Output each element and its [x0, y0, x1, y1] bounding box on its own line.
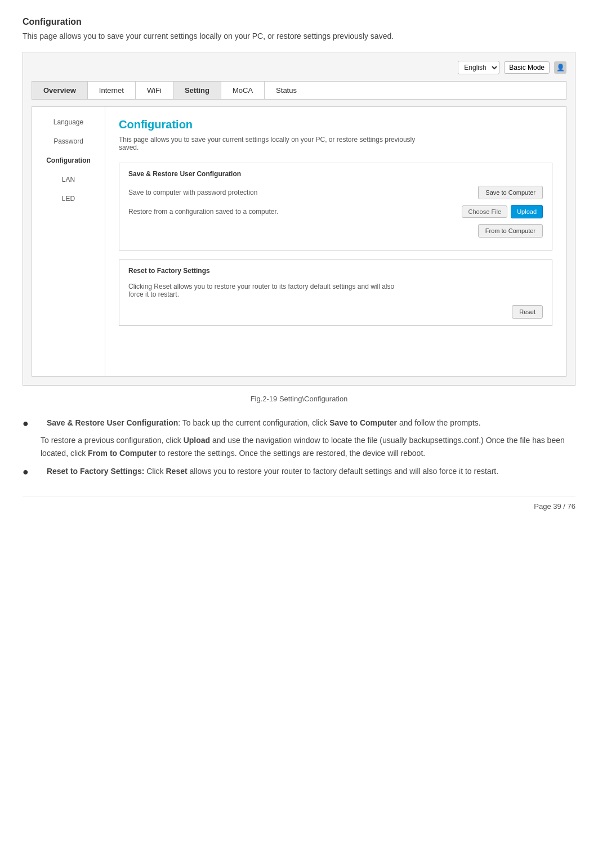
- restore-config-row: Restore from a configuration saved to a …: [128, 205, 543, 218]
- bullet-text-factory-reset: Reset to Factory Settings: Click Reset a…: [47, 465, 498, 479]
- tab-setting[interactable]: Setting: [173, 82, 221, 99]
- tab-wifi[interactable]: WiFi: [136, 82, 173, 99]
- bullet-dot-2: ●: [23, 465, 29, 479]
- sidebar-item-led[interactable]: LED: [32, 189, 105, 208]
- tab-overview[interactable]: Overview: [32, 82, 88, 99]
- page-title: Configuration: [23, 17, 575, 27]
- content-description: This page allows you to save your curren…: [119, 136, 423, 151]
- bullet-text-restore-detail: To restore a previous configuration, cli…: [41, 434, 575, 459]
- reset-button[interactable]: Reset: [512, 305, 543, 319]
- router-ui-screenshot: English Basic Mode 👤 Overview Internet W…: [23, 52, 575, 386]
- user-icon: 👤: [554, 61, 566, 74]
- sidebar-item-language[interactable]: Language: [32, 113, 105, 132]
- sidebar: Language Password Configuration LAN LED: [32, 107, 105, 376]
- bullet-section: ● Save & Restore User Configuration: To …: [23, 417, 575, 479]
- bullet-item-save-restore: ● Save & Restore User Configuration: To …: [23, 417, 575, 431]
- save-restore-title: Save & Restore User Configuration: [128, 170, 543, 178]
- save-to-computer-button[interactable]: Save to Computer: [478, 186, 543, 199]
- save-to-computer-controls: Save to Computer: [478, 186, 543, 199]
- factory-reset-section: Reset to Factory Settings Clicking Reset…: [119, 259, 552, 326]
- bullet-item-factory-reset: ● Reset to Factory Settings: Click Reset…: [23, 465, 575, 479]
- sidebar-item-lan[interactable]: LAN: [32, 170, 105, 189]
- from-to-computer-button[interactable]: From to Computer: [478, 224, 543, 238]
- restore-config-label: Restore from a configuration saved to a …: [128, 208, 462, 216]
- from-to-computer-controls: From to Computer: [478, 224, 543, 238]
- factory-reset-description: Clicking Reset allows you to restore you…: [128, 283, 399, 298]
- main-area: Language Password Configuration LAN LED …: [32, 106, 566, 377]
- content-heading: Configuration: [119, 118, 552, 131]
- upload-button[interactable]: Upload: [511, 205, 543, 218]
- top-bar: English Basic Mode 👤: [32, 61, 566, 74]
- bullet-dot-1: ●: [23, 417, 29, 431]
- sidebar-item-configuration[interactable]: Configuration: [32, 151, 105, 170]
- nav-tabs: Overview Internet WiFi Setting MoCA Stat…: [32, 81, 566, 100]
- page-footer: Page 39 / 76: [23, 496, 575, 511]
- page-number: Page 39 / 76: [534, 502, 575, 511]
- sidebar-item-password[interactable]: Password: [32, 132, 105, 151]
- basic-mode-button[interactable]: Basic Mode: [504, 61, 550, 74]
- language-select[interactable]: English: [458, 61, 499, 74]
- factory-reset-title: Reset to Factory Settings: [128, 267, 543, 275]
- save-restore-section: Save & Restore User Configuration Save t…: [119, 163, 552, 250]
- save-to-computer-row: Save to computer with password protectio…: [128, 186, 543, 199]
- choose-file-button[interactable]: Choose File: [462, 205, 507, 218]
- save-to-computer-label: Save to computer with password protectio…: [128, 189, 478, 196]
- bullet-text-save-restore: Save & Restore User Configuration: To ba…: [47, 417, 481, 431]
- tab-status[interactable]: Status: [265, 82, 308, 99]
- fig-caption: Fig.2-19 Setting\Configuration: [23, 395, 575, 403]
- tab-moca[interactable]: MoCA: [221, 82, 265, 99]
- from-to-computer-row: From to Computer: [128, 224, 543, 238]
- content-panel: Configuration This page allows you to sa…: [105, 107, 566, 376]
- intro-text: This page allows you to save your curren…: [23, 32, 417, 41]
- tab-internet[interactable]: Internet: [88, 82, 136, 99]
- restore-config-controls: Choose File Upload: [462, 205, 543, 218]
